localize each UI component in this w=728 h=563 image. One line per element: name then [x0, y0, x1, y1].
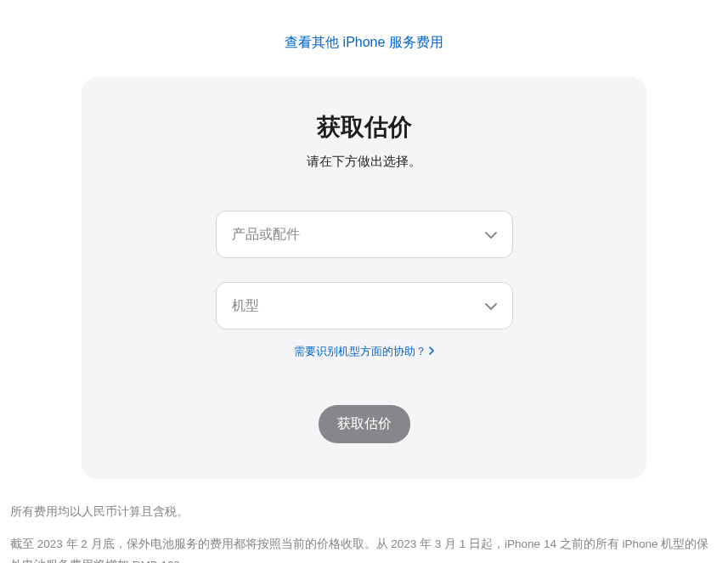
- footer-note-2: 截至 2023 年 2 月底，保外电池服务的费用都将按照当前的价格收取。从 20…: [10, 533, 718, 563]
- card-title: 获取估价: [124, 111, 604, 144]
- model-select[interactable]: 机型: [216, 282, 513, 329]
- get-estimate-button[interactable]: 获取估价: [319, 405, 410, 443]
- help-link-label: 需要识别机型方面的协助？: [294, 344, 426, 359]
- chevron-right-icon: [429, 346, 434, 357]
- product-select-label: 产品或配件: [232, 226, 300, 244]
- footer-notes: 所有费用均以人民币计算且含税。 截至 2023 年 2 月底，保外电池服务的费用…: [0, 479, 728, 563]
- footer-note-1: 所有费用均以人民币计算且含税。: [10, 501, 718, 523]
- model-select-label: 机型: [232, 297, 259, 315]
- help-identify-model-link[interactable]: 需要识别机型方面的协助？: [294, 344, 434, 359]
- estimate-card: 获取估价 请在下方做出选择。 产品或配件 机型 需要识别机型方面的协助？ 获取估…: [82, 77, 646, 479]
- top-link-other-iphone-services[interactable]: 查看其他 iPhone 服务费用: [285, 35, 443, 49]
- chevron-down-icon: [485, 227, 497, 242]
- card-subtitle: 请在下方做出选择。: [124, 154, 604, 170]
- chevron-down-icon: [485, 298, 497, 313]
- product-select[interactable]: 产品或配件: [216, 211, 513, 258]
